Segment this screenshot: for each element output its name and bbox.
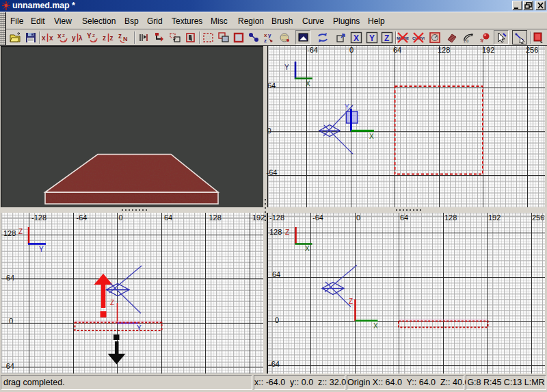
svg-text:z: z [103, 34, 106, 42]
svg-text:x: x [57, 32, 62, 40]
svg-text:Y: Y [369, 34, 375, 43]
svg-text:z: z [62, 32, 65, 38]
svg-text:x: x [49, 34, 53, 42]
svg-text:λ: λ [79, 34, 83, 42]
svg-text:z: z [118, 32, 122, 40]
svg-text:x: x [42, 34, 46, 42]
svg-text:N: N [123, 36, 128, 42]
svg-text:Y: Y [87, 32, 92, 40]
svg-text:1.0: 1.0 [464, 39, 468, 43]
svg-text:X: X [353, 34, 359, 43]
svg-text:y: y [268, 32, 271, 38]
svg-text:z: z [92, 32, 95, 38]
svg-text:Z: Z [384, 34, 389, 43]
svg-text:y: y [72, 34, 76, 42]
svg-text:z: z [264, 38, 267, 44]
svg-text:z: z [110, 34, 114, 42]
